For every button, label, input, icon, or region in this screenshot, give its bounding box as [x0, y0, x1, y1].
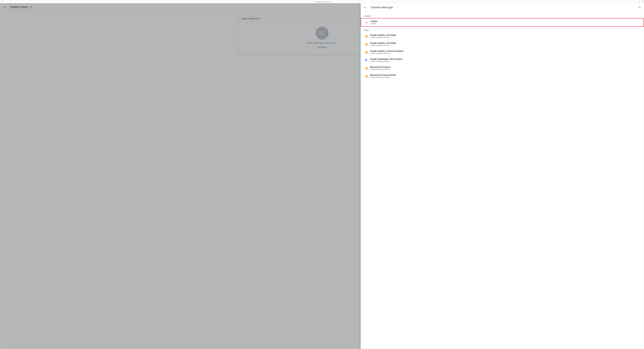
client-type-sub: Google Marketing Platform [370, 68, 390, 70]
client-type-name: Google Analytics: GA4 (App) [370, 34, 396, 36]
client-type-name: Google Analytics: GA4 (Web) [370, 42, 396, 44]
lock-icon [313, 1, 315, 3]
client-type-name: Google Analytics: Universal Analytics [370, 50, 404, 52]
doublecheck-icon [365, 21, 368, 24]
section-custom-label: Custom [364, 15, 640, 17]
reload-icon[interactable] [10, 1, 12, 3]
client-type-sub: Google Marketing Platform [370, 36, 396, 38]
client-type-name: Measurement Protocol (GA4) [370, 74, 396, 76]
analytics-icon [364, 35, 368, 38]
client-type-name: Axeptio [370, 20, 378, 22]
client-type-panel: Choose client type Custom Axeptio Axepti… [361, 3, 644, 349]
share-icon[interactable] [638, 1, 640, 3]
client-type-axeptio[interactable]: Axeptio Axeptio [361, 19, 644, 26]
client-type-sub: Axeptio [370, 23, 378, 25]
analytics-icon [364, 66, 368, 70]
client-type-name: Measurement Protocol [370, 66, 390, 68]
svg-point-16 [366, 61, 366, 62]
svg-rect-4 [642, 1, 643, 2]
analytics-icon [364, 50, 368, 54]
client-type-sub: Google Marketing Platform [370, 60, 403, 62]
svg-point-12 [638, 6, 640, 8]
search-button[interactable] [637, 5, 642, 10]
forward-icon[interactable] [7, 1, 8, 3]
panels-icon[interactable] [642, 1, 643, 3]
analytics-icon [364, 42, 368, 46]
client-type-ga4-web[interactable]: Google Analytics: GA4 (Web) Google Marke… [370, 40, 640, 48]
section-more-label: More [364, 29, 640, 31]
highlighted-client-type: Axeptio Axeptio [361, 18, 644, 27]
svg-rect-0 [1, 1, 2, 2]
back-icon[interactable] [4, 1, 6, 3]
analytics-icon [364, 74, 368, 78]
client-type-ga4-app[interactable]: Google Analytics: GA4 (App) Google Marke… [364, 32, 640, 40]
browser-toolbar: tagmanager.google.com [0, 0, 644, 3]
client-type-name: Google Tag Manager: Web Container [370, 58, 403, 60]
client-type-measurement-protocol-ga4[interactable]: Measurement Protocol (GA4) Google Market… [370, 72, 640, 80]
client-type-measurement-protocol[interactable]: Measurement Protocol Google Marketing Pl… [370, 64, 640, 72]
client-type-ga-universal[interactable]: Google Analytics: Universal Analytics Go… [370, 48, 640, 56]
panel-title: Choose client type [371, 6, 637, 9]
client-type-sub: Google Marketing Platform [370, 44, 396, 46]
address-bar-url[interactable]: tagmanager.google.com [316, 1, 331, 3]
tagmanager-icon [364, 58, 368, 62]
svg-line-13 [640, 8, 640, 8]
client-type-gtm-web[interactable]: Google Tag Manager: Web Container Google… [370, 56, 640, 64]
close-panel-button[interactable] [362, 5, 368, 10]
sidebar-toggle-icon[interactable] [1, 1, 2, 3]
client-type-sub: Google Marketing Platform [370, 76, 396, 78]
client-type-sub: Google Marketing Platform [370, 52, 404, 54]
